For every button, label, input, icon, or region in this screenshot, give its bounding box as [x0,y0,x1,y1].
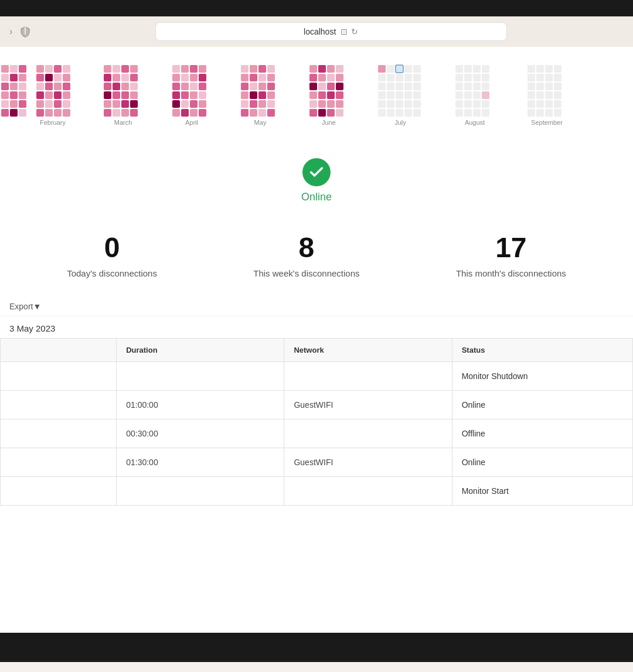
svg-rect-151 [387,83,394,90]
svg-rect-115 [267,100,275,108]
svg-rect-154 [387,109,394,117]
svg-text:April: April [185,119,198,126]
svg-rect-11 [10,109,18,117]
shield-icon [19,26,31,37]
svg-rect-68 [172,65,180,73]
svg-rect-17 [19,109,26,117]
table-row: 01:30:00 GuestWIFI Online [1,448,633,477]
svg-rect-59 [121,100,129,108]
svg-rect-204 [528,109,535,117]
svg-rect-146 [378,91,386,99]
svg-rect-110 [258,109,266,117]
col-header-time [1,339,117,362]
svg-rect-122 [309,100,317,108]
checkmark-icon [308,164,325,180]
cell-duration: 01:00:00 [117,391,284,419]
svg-rect-37 [63,74,70,81]
svg-rect-107 [258,83,266,90]
svg-rect-169 [413,83,421,90]
svg-rect-168 [413,74,421,81]
svg-text:September: September [531,119,563,126]
main-content: February [0,47,633,633]
svg-rect-179 [455,109,463,117]
svg-rect-166 [404,109,412,117]
table-row: 00:30:00 Offline [1,419,633,448]
back-button[interactable]: › [9,26,12,37]
svg-rect-208 [536,91,544,99]
url-bar[interactable]: localhost ⊡ ↻ [155,22,507,41]
svg-rect-2 [1,83,9,90]
svg-rect-218 [554,74,561,81]
svg-rect-184 [464,100,472,108]
svg-rect-143 [378,65,386,73]
svg-rect-78 [181,100,189,108]
svg-rect-202 [528,91,535,99]
svg-rect-221 [554,100,561,108]
col-header-duration: Duration [117,339,284,362]
stat-today-number: 0 [104,231,120,264]
svg-rect-175 [455,74,463,81]
svg-rect-82 [190,83,198,90]
svg-rect-41 [63,109,70,117]
svg-rect-191 [473,109,481,117]
svg-rect-189 [473,91,481,99]
svg-rect-131 [327,74,335,81]
svg-rect-182 [464,83,472,90]
svg-rect-96 [241,91,249,99]
stat-week-number: 8 [299,231,315,264]
svg-rect-89 [199,91,206,99]
svg-rect-100 [250,74,257,81]
col-header-network: Network [284,339,452,362]
svg-rect-201 [528,83,535,90]
svg-text:July: July [394,119,406,126]
svg-rect-187 [473,74,481,81]
svg-rect-181 [464,74,472,81]
svg-rect-206 [536,74,544,81]
svg-rect-0 [1,65,9,73]
svg-rect-35 [54,109,62,117]
heatmap-container: February [0,47,633,139]
svg-rect-119 [309,74,317,81]
svg-rect-112 [267,74,275,81]
svg-rect-73 [172,109,180,117]
svg-rect-149 [387,65,394,73]
svg-rect-26 [45,83,53,90]
svg-rect-21 [36,91,44,99]
svg-rect-9 [10,91,18,99]
svg-rect-74 [181,65,189,73]
svg-rect-197 [482,109,489,117]
svg-rect-141 [336,109,343,117]
svg-rect-40 [63,100,70,108]
svg-rect-211 [545,65,553,73]
svg-rect-137 [336,74,343,81]
reader-icon[interactable]: ⊡ [341,27,348,36]
stats-row: 0 Today's disconnections 8 This week's d… [0,217,633,297]
cell-duration [117,362,284,391]
svg-rect-192 [482,65,489,73]
cell-time [1,448,117,477]
stat-month-label: This month's disconnections [456,268,566,278]
export-button[interactable]: Export▼ [9,302,41,311]
svg-rect-140 [336,100,343,108]
stat-month: 17 This month's disconnections [456,231,566,278]
cell-network: GuestWIFI [284,448,452,477]
cell-network [284,419,452,448]
svg-rect-45 [104,83,111,90]
svg-rect-199 [528,65,535,73]
svg-rect-178 [455,100,463,108]
data-table: Duration Network Status Monitor Shutdown… [0,338,633,506]
table-row: Monitor Shutdown [1,362,633,391]
date-header: 3 May 2023 [0,316,633,338]
status-section: Online [0,139,633,217]
svg-rect-91 [199,109,206,117]
svg-rect-104 [250,109,257,117]
cell-network: GuestWIFI [284,391,452,419]
svg-rect-172 [413,109,421,117]
svg-rect-79 [181,109,189,117]
svg-rect-124 [318,65,326,73]
svg-rect-51 [113,83,120,90]
reload-icon[interactable]: ↻ [351,27,358,36]
svg-rect-170 [413,91,421,99]
svg-rect-14 [19,83,26,90]
svg-rect-155 [396,65,403,73]
